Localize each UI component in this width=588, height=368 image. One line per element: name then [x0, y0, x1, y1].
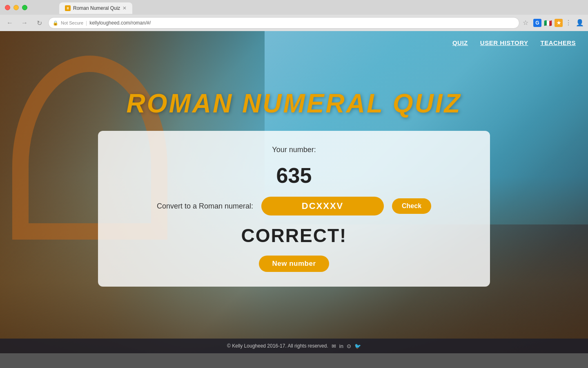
browser-toolbar: ← → ↻ 🔒 Not Secure | kellylougheed.com/r… — [0, 15, 588, 31]
site-navigation: QUIZ USER HISTORY TEACHERS — [0, 31, 588, 54]
close-window-button[interactable] — [5, 5, 10, 10]
roman-numeral-input[interactable] — [261, 197, 384, 215]
browser-titlebar: II Roman Numeral Quiz ✕ — [0, 0, 588, 15]
refresh-button[interactable]: ↻ — [33, 17, 45, 29]
address-bar[interactable]: 🔒 Not Secure | kellylougheed.com/roman/#… — [48, 17, 519, 29]
number-value-display: 635 — [276, 163, 312, 188]
nav-teachers-link[interactable]: TEACHERS — [540, 39, 576, 46]
url-text: kellylougheed.com/roman/#/ — [89, 20, 151, 26]
toolbar-actions: ☆ G 🇮🇹 ★ ⋮ 👤 — [523, 19, 584, 27]
not-secure-label: Not Secure — [61, 20, 83, 25]
separator: | — [86, 20, 87, 26]
maximize-window-button[interactable] — [22, 5, 27, 10]
tab-close-button[interactable]: ✕ — [122, 5, 127, 11]
extension-other-icon[interactable]: ★ — [555, 19, 563, 27]
tab-title: Roman Numeral Quiz — [73, 5, 120, 11]
result-display: CORRECT! — [241, 224, 347, 247]
website: QUIZ USER HISTORY TEACHERS ROMAN NUMERAL… — [0, 31, 588, 353]
forward-button[interactable]: → — [19, 17, 30, 29]
quiz-card: Your number: 635 Convert to a Roman nume… — [98, 131, 490, 287]
active-tab[interactable]: II Roman Numeral Quiz ✕ — [59, 2, 132, 14]
tab-bar: II Roman Numeral Quiz ✕ — [31, 2, 583, 14]
footer-twitter-icon[interactable]: 🐦 — [354, 343, 361, 349]
footer-github-icon[interactable]: ⊙ — [347, 343, 351, 349]
number-value: 635 — [276, 164, 312, 187]
tab-favicon: II — [65, 5, 71, 11]
browser-chrome: II Roman Numeral Quiz ✕ ← → ↻ 🔒 Not Secu… — [0, 0, 588, 31]
correct-text: CORRECT! — [241, 225, 347, 246]
site-footer: © Kelly Lougheed 2016-17. All rights res… — [0, 339, 588, 353]
footer-copyright: © Kelly Lougheed 2016-17. All rights res… — [227, 343, 328, 349]
profile-icon[interactable]: 👤 — [576, 19, 584, 27]
check-button[interactable]: Check — [392, 198, 431, 214]
convert-label: Convert to a Roman numeral: — [157, 202, 253, 211]
extension-translate-icon[interactable]: G — [533, 19, 541, 27]
back-button[interactable]: ← — [4, 17, 16, 29]
convert-row: Convert to a Roman numeral: Check — [122, 197, 466, 215]
nav-quiz-link[interactable]: QUIZ — [452, 39, 468, 46]
your-number-section: Your number: — [122, 146, 466, 154]
menu-icon[interactable]: ⋮ — [565, 19, 573, 27]
site-content: ROMAN NUMERAL QUIZ Your number: 635 Conv… — [0, 31, 588, 353]
security-icon: 🔒 — [53, 20, 58, 26]
bookmark-icon[interactable]: ☆ — [523, 19, 531, 27]
footer-linkedin-icon[interactable]: in — [339, 343, 343, 349]
extension-flag-icon[interactable]: 🇮🇹 — [544, 19, 552, 27]
site-title: ROMAN NUMERAL QUIZ — [127, 88, 462, 119]
nav-user-history-link[interactable]: USER HISTORY — [480, 39, 528, 46]
new-number-button[interactable]: New number — [259, 256, 329, 272]
minimize-window-button[interactable] — [13, 5, 19, 10]
your-number-label: Your number: — [272, 146, 316, 154]
footer-email-icon[interactable]: ✉ — [332, 343, 336, 349]
